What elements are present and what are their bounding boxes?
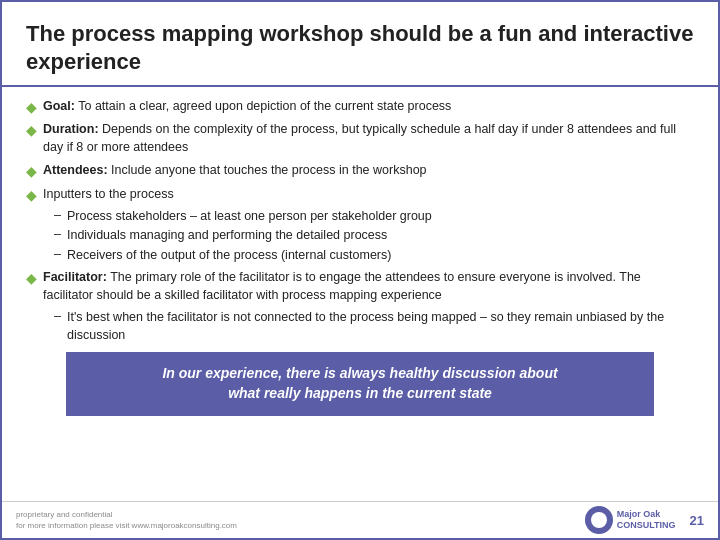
sub-bullet-3: – Receivers of the output of the process…	[54, 247, 694, 265]
title-area: The process mapping workshop should be a…	[2, 2, 718, 87]
sub-text-2: Individuals managing and performing the …	[67, 227, 387, 245]
facilitator-sub-bullet: – It's best when the facilitator is not …	[54, 309, 694, 344]
bullet-goal: ◆ Goal: To attain a clear, agreed upon d…	[26, 97, 694, 115]
bullet-icon-attendees: ◆	[26, 163, 37, 179]
bullet-text-attendees: Attendees: Include anyone that touches t…	[43, 161, 427, 179]
logo-inner	[591, 512, 607, 528]
sub-bullets: – Process stakeholders – at least one pe…	[54, 208, 694, 265]
callout-line1: In our experience, there is always healt…	[162, 365, 557, 381]
content-area: ◆ Goal: To attain a clear, agreed upon d…	[2, 87, 718, 501]
bullet-attendees: ◆ Attendees: Include anyone that touches…	[26, 161, 694, 179]
bullet-text-goal: Goal: To attain a clear, agreed upon dep…	[43, 97, 451, 115]
footer-line2: for more information please visit www.ma…	[16, 520, 237, 531]
facilitator-sub-dash: –	[54, 309, 61, 323]
bullet-duration: ◆ Duration: Depends on the complexity of…	[26, 120, 694, 156]
slide-title: The process mapping workshop should be a…	[26, 20, 694, 75]
bullet-text-duration: Duration: Depends on the complexity of t…	[43, 120, 694, 156]
logo-text: Major Oak CONSULTING	[617, 509, 676, 531]
footer: proprietary and confidential for more in…	[2, 501, 718, 538]
callout-box: In our experience, there is always healt…	[66, 352, 654, 415]
bullet-facilitator: ◆ Facilitator: The primary role of the f…	[26, 268, 694, 304]
logo-circle	[585, 506, 613, 534]
logo-line2: CONSULTING	[617, 520, 676, 531]
sub-bullet-1: – Process stakeholders – at least one pe…	[54, 208, 694, 226]
callout-text: In our experience, there is always healt…	[86, 364, 634, 403]
bullet-inputters: ◆ Inputters to the process	[26, 185, 694, 203]
bullet-icon-duration: ◆	[26, 122, 37, 138]
logo-line1: Major Oak	[617, 509, 676, 520]
bullet-icon-facilitator: ◆	[26, 270, 37, 286]
sub-text-1: Process stakeholders – at least one pers…	[67, 208, 432, 226]
sub-dash-3: –	[54, 247, 61, 261]
facilitator-sub-text: It's best when the facilitator is not co…	[67, 309, 694, 344]
bullet-icon-inputters: ◆	[26, 187, 37, 203]
sub-text-3: Receivers of the output of the process (…	[67, 247, 391, 265]
logo-area: Major Oak CONSULTING	[585, 506, 676, 534]
footer-line1: proprietary and confidential	[16, 509, 237, 520]
facilitator-sub-bullets: – It's best when the facilitator is not …	[54, 309, 694, 344]
bullet-text-facilitator: Facilitator: The primary role of the fac…	[43, 268, 694, 304]
callout-line2: what really happens in the current state	[228, 385, 492, 401]
sub-dash-2: –	[54, 227, 61, 241]
footer-left: proprietary and confidential for more in…	[16, 509, 237, 531]
sub-dash-1: –	[54, 208, 61, 222]
slide: The process mapping workshop should be a…	[0, 0, 720, 540]
sub-bullet-2: – Individuals managing and performing th…	[54, 227, 694, 245]
page-number: 21	[690, 513, 704, 528]
bullet-text-inputters: Inputters to the process	[43, 185, 174, 203]
footer-right: Major Oak CONSULTING 21	[585, 506, 704, 534]
bullet-icon-goal: ◆	[26, 99, 37, 115]
